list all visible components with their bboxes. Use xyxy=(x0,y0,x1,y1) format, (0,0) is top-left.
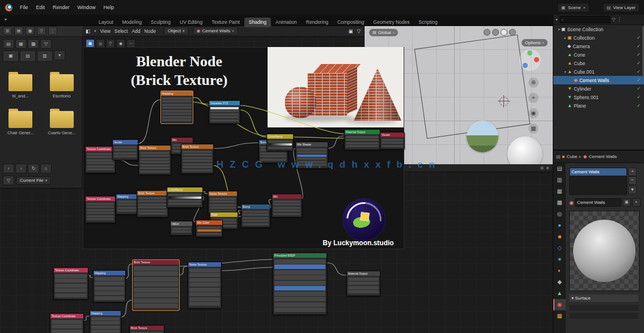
shading-rendered-toggle[interactable] xyxy=(509,29,516,36)
toggle-ortho-icon[interactable]: ▦ xyxy=(528,123,539,134)
properties-tab-13[interactable]: ▦ xyxy=(553,310,566,322)
view-dropdown[interactable]: ▾ xyxy=(54,50,65,60)
options-menu-icon[interactable]: ⋮ xyxy=(48,27,57,35)
shader-node-value[interactable]: Value xyxy=(170,221,193,236)
tool-annotate[interactable]: ▽ xyxy=(106,39,115,48)
gizmo-x-axis[interactable] xyxy=(534,57,539,62)
shader-node-texture-coordinate[interactable]: Texture Coordinate xyxy=(50,313,84,333)
menu-help[interactable]: Help xyxy=(100,0,118,15)
workspace-menu-icon[interactable]: ▾ xyxy=(5,17,7,22)
shader-node-noise-texture[interactable]: Noise Texture xyxy=(188,262,222,309)
properties-tab-7[interactable]: ◇ xyxy=(553,242,566,254)
filter-icon[interactable]: ▽ xyxy=(612,17,616,22)
display-vertical-list-icon[interactable]: ▤ xyxy=(14,27,23,35)
move-view-icon[interactable]: + xyxy=(528,93,539,103)
tool-more[interactable]: ⋯ xyxy=(126,39,135,48)
shader-node-mapping[interactable]: Mapping xyxy=(93,270,126,302)
tab-sculpting[interactable]: Sculpting xyxy=(146,18,175,27)
shader-node-separate-xyz[interactable]: Separate XYZ xyxy=(209,100,240,124)
properties-tab-2[interactable]: ▦ xyxy=(553,186,566,197)
folder-item[interactable]: bl_and... xyxy=(0,74,41,99)
sort-date-button[interactable]: ▦ xyxy=(15,39,27,49)
properties-tab-6[interactable]: ■ xyxy=(553,231,566,242)
material-selector[interactable]: ◉ Cement Walls × xyxy=(193,27,239,35)
properties-tab-10[interactable]: ◆ xyxy=(553,276,566,288)
slot-remove-button[interactable]: − xyxy=(628,176,637,185)
visibility-check-icon[interactable]: ✓ xyxy=(637,52,641,57)
editor-menu-view[interactable]: View xyxy=(100,28,111,34)
outliner-search-input[interactable]: ⌕ xyxy=(560,16,611,23)
shading-material-toggle[interactable] xyxy=(501,29,507,36)
expand-arrow-icon[interactable]: ▾ xyxy=(557,27,561,31)
shader-mode-dropdown[interactable]: Object ▾ xyxy=(164,27,189,35)
slot-add-button[interactable]: + xyxy=(628,168,637,176)
visibility-check-icon[interactable]: ✓ xyxy=(637,44,641,49)
visibility-check-icon[interactable]: ✓ xyxy=(637,95,641,100)
menu-render[interactable]: Render xyxy=(49,0,74,15)
tab-shading[interactable]: Shading xyxy=(244,18,271,27)
viewport-plane-outline[interactable] xyxy=(414,35,530,139)
material-slot-list[interactable]: Cement Walls xyxy=(569,168,627,195)
properties-tab-12[interactable]: ◉ xyxy=(553,299,566,310)
zoom-icon[interactable]: ⊕ xyxy=(546,166,549,170)
outliner-row-plane[interactable]: ▲Plane✓ xyxy=(553,101,644,110)
slot-specials-button[interactable]: ▾ xyxy=(628,186,637,194)
outliner-row-collection[interactable]: ▸▣Collection✓ xyxy=(553,33,644,42)
camera-view-icon[interactable]: ◉ xyxy=(528,108,539,118)
outliner-row-cylinder[interactable]: ▼Cylinder✓ xyxy=(553,84,644,93)
properties-tab-9[interactable]: ◐ xyxy=(553,265,566,276)
shader-node-colorramp[interactable]: ColorRamp xyxy=(167,187,203,208)
menu-file[interactable]: File xyxy=(16,0,32,15)
shader-node-texture-coordinate[interactable]: Texture Coordinate xyxy=(85,146,116,173)
shader-node-texture-coordinate[interactable]: Texture Coordinate xyxy=(85,196,116,223)
properties-tab-3[interactable]: ▩ xyxy=(553,197,566,208)
view-large-button[interactable]: ▥ xyxy=(37,50,53,62)
shader-node-colorramp[interactable]: ColorRamp xyxy=(266,134,294,151)
folder-item[interactable]: Cuarto Gene... xyxy=(41,111,83,135)
display-thumbnails-icon[interactable]: ▦ xyxy=(26,27,35,35)
tool-select-box[interactable]: ▣ xyxy=(86,39,95,48)
scene-selector[interactable]: ▣ Scene × xyxy=(557,3,590,12)
tab-texture-paint[interactable]: Texture Paint xyxy=(207,18,244,27)
gizmo-z-axis[interactable] xyxy=(523,63,528,68)
shading-solid-toggle[interactable] xyxy=(492,29,499,36)
outliner-row-cube-001[interactable]: ▾▲Cube.001✓ xyxy=(553,67,644,76)
options-dropdown[interactable]: Options ▾ xyxy=(522,39,548,46)
properties-tab-8[interactable]: ∗ xyxy=(553,254,566,265)
properties-menu-icon[interactable]: ▤ xyxy=(556,154,561,159)
shader-node-brick-texture[interactable]: Brick Texture xyxy=(137,190,168,217)
view-small-button[interactable]: ▣ xyxy=(3,50,19,62)
properties-tab-1[interactable]: ▥ xyxy=(553,174,566,186)
visibility-check-icon[interactable]: ✓ xyxy=(637,78,641,83)
shader-node-brick-texture[interactable]: Brick Texture xyxy=(138,145,171,175)
outliner-row-cone[interactable]: ▲Cone✓ xyxy=(553,50,644,59)
sort-name-button[interactable]: ▤ xyxy=(3,39,14,49)
tab-uv-editing[interactable]: UV Editing xyxy=(175,18,207,27)
funnel-icon[interactable]: ▽ xyxy=(3,176,14,185)
visibility-check-icon[interactable]: ✓ xyxy=(637,103,641,108)
editor-menu-node[interactable]: Node xyxy=(145,28,156,34)
folder-item[interactable]: Chair Gener... xyxy=(0,111,41,135)
grid-icon[interactable]: ⊞ xyxy=(540,166,544,170)
visibility-check-icon[interactable]: ✓ xyxy=(637,35,641,40)
properties-tab-4[interactable]: ◎ xyxy=(553,208,566,220)
tab-animation[interactable]: Animation xyxy=(271,18,302,27)
outliner-row-camera[interactable]: ◆Camera✓ xyxy=(553,42,644,50)
shader-node-bump[interactable]: Bump xyxy=(241,204,270,228)
transform-orientation-dropdown[interactable]: ⊞ Global ▾ xyxy=(369,29,398,36)
shader-node-brick-texture[interactable]: Brick Texture xyxy=(129,325,164,333)
zoom-icon[interactable]: ⊕ xyxy=(528,78,539,88)
property-row[interactable] xyxy=(569,305,638,311)
outliner-row-scene-collection[interactable]: ▾▣Scene Collection xyxy=(553,25,644,33)
shader-node-mix-color[interactable]: Mix Color xyxy=(196,220,223,237)
tab-compositing[interactable]: Compositing xyxy=(333,18,368,27)
browse-material-icon[interactable]: ◉ xyxy=(569,200,574,206)
outliner-row-cement-walls[interactable]: ◉Cement Walls✓ xyxy=(553,76,644,84)
editor-menu-add[interactable]: Add xyxy=(132,28,140,34)
folder-item[interactable]: Escritorio xyxy=(41,74,83,99)
outliner-row-sphere-001[interactable]: ▼Sphere.001✓ xyxy=(553,93,644,101)
shading-wireframe-toggle[interactable] xyxy=(484,29,490,36)
filter-toggle-button[interactable]: ▽ xyxy=(40,39,52,49)
view-layer-selector[interactable]: ▤ View Layer xyxy=(603,3,639,12)
navigation-gizmo[interactable] xyxy=(519,49,541,71)
